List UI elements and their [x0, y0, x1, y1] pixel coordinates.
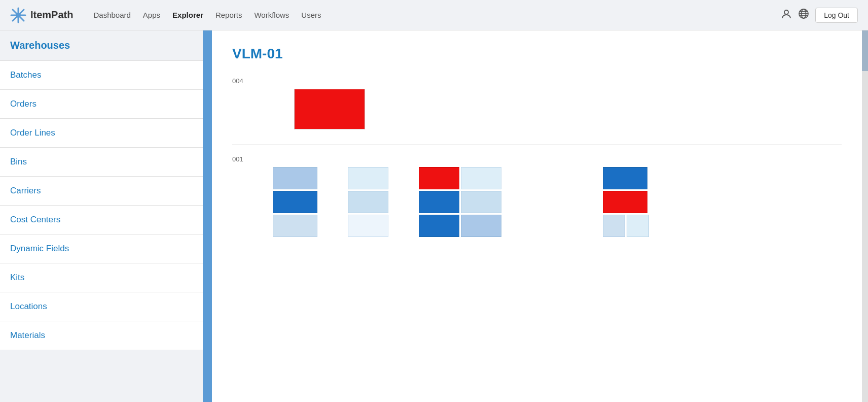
sidebar-group-2: Bins Carriers Cost Centers Dynamic Field… [0, 148, 203, 350]
nav-users[interactable]: Users [301, 11, 321, 19]
top-navigation: ItemPath Dashboard Apps Explorer Reports… [0, 0, 868, 30]
cell-g3-1 [419, 167, 459, 189]
blue-sidebar-bar [203, 30, 212, 402]
user-icon[interactable] [781, 8, 792, 22]
nav-dashboard[interactable]: Dashboard [93, 11, 130, 19]
sidebar-item-dynamic-fields[interactable]: Dynamic Fields [0, 234, 203, 263]
cell-004-red [294, 89, 365, 129]
sidebar-item-locations[interactable]: Locations [0, 292, 203, 321]
cell-g3-2 [461, 167, 501, 189]
group-1 [273, 167, 317, 237]
cell-g3-6 [461, 215, 501, 237]
nav-links: Dashboard Apps Explorer Reports Workflow… [93, 11, 771, 19]
group-4 [603, 167, 649, 237]
sidebar-item-kits[interactable]: Kits [0, 263, 203, 292]
cell-g3-4 [461, 191, 501, 213]
sidebar-item-order-lines[interactable]: Order Lines [0, 119, 203, 148]
cell-g1-1 [273, 167, 317, 189]
right-scrollbar[interactable] [862, 30, 868, 402]
svg-point-5 [784, 10, 788, 14]
sidebar-item-warehouses[interactable]: Warehouses [0, 30, 203, 61]
logo: ItemPath [10, 7, 73, 23]
sidebar-item-cost-centers[interactable]: Cost Centers [0, 206, 203, 234]
group-2 [348, 167, 388, 237]
cell-g2-2 [348, 191, 388, 213]
main-content: VLM-01 004 001 [212, 30, 862, 402]
cell-g4-2 [603, 191, 647, 213]
nav-apps[interactable]: Apps [143, 11, 160, 19]
cell-g2-3 [348, 215, 388, 237]
cell-g1-2 [273, 191, 317, 213]
nav-reports[interactable]: Reports [215, 11, 242, 19]
cell-g1-3 [273, 215, 317, 237]
section-001-label: 001 [232, 155, 842, 163]
sidebar-item-carriers[interactable]: Carriers [0, 177, 203, 206]
cell-g2-1 [348, 167, 388, 189]
nav-explorer[interactable]: Explorer [172, 11, 203, 19]
nav-right: Log Out [781, 8, 858, 23]
section-divider [232, 145, 842, 145]
cell-g3-3 [419, 191, 459, 213]
sidebar-item-bins[interactable]: Bins [0, 148, 203, 177]
cell-g3-5 [419, 215, 459, 237]
globe-icon[interactable] [798, 8, 809, 22]
nav-workflows[interactable]: Workflows [254, 11, 289, 19]
sidebar-item-batches[interactable]: Batches [0, 61, 203, 90]
main-layout: Warehouses Batches Orders Order Lines Bi… [0, 30, 868, 402]
warehouse-title: VLM-01 [232, 46, 842, 62]
cell-g4-3b [627, 215, 649, 237]
content-area: VLM-01 004 001 [203, 30, 868, 402]
cell-g4-3a [603, 215, 625, 237]
scrollbar-thumb[interactable] [862, 30, 868, 71]
section-001: 001 [232, 155, 842, 237]
logout-button[interactable]: Log Out [815, 8, 858, 23]
cell-g4-1 [603, 167, 647, 189]
sidebar-group: Batches Orders Order Lines [0, 61, 203, 148]
section-004-label: 004 [232, 77, 842, 85]
logo-text: ItemPath [30, 9, 73, 21]
sidebar-item-orders[interactable]: Orders [0, 90, 203, 119]
logo-icon [10, 7, 26, 23]
sidebar: Warehouses Batches Orders Order Lines Bi… [0, 30, 203, 402]
group-3 [419, 167, 501, 237]
sidebar-item-materials[interactable]: Materials [0, 321, 203, 350]
section-004: 004 [232, 77, 842, 129]
